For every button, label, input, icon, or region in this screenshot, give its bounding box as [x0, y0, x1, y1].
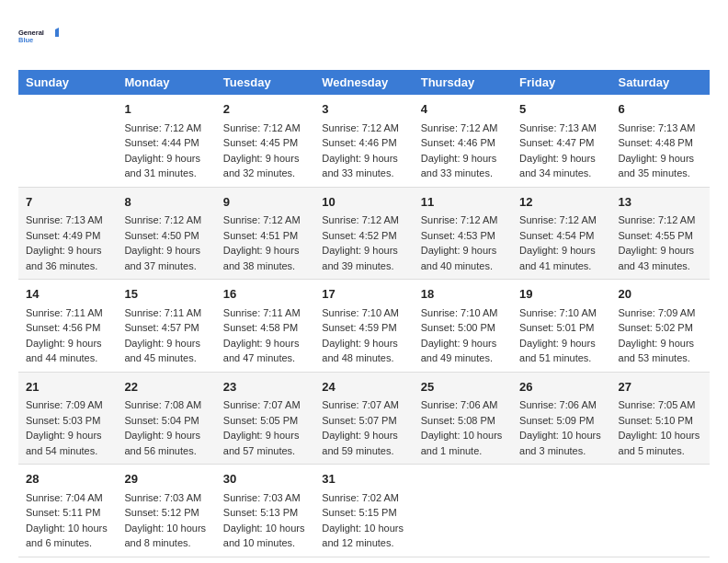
day-info: and 48 minutes. [322, 350, 405, 366]
day-number: 25 [421, 378, 505, 396]
day-info: Daylight: 9 hours [124, 428, 208, 443]
calendar-cell: 26Sunrise: 7:06 AMSunset: 5:09 PMDayligh… [512, 372, 610, 465]
day-info: Sunset: 4:46 PM [421, 135, 505, 151]
day-info: Daylight: 9 hours [322, 428, 405, 443]
day-info: Sunset: 5:00 PM [421, 320, 505, 336]
day-info: Sunrise: 7:06 AM [421, 397, 505, 413]
day-number: 15 [124, 285, 208, 304]
day-info: and 56 minutes. [124, 443, 208, 459]
day-info: Sunrise: 7:12 AM [421, 213, 505, 228]
day-info: and 8 minutes. [124, 535, 208, 551]
day-number: 22 [124, 378, 208, 396]
day-info: Sunrise: 7:13 AM [26, 213, 109, 228]
day-info: Sunrise: 7:05 AM [619, 397, 702, 413]
day-number: 19 [519, 285, 603, 304]
day-info: Sunset: 4:49 PM [26, 228, 109, 244]
day-info: Sunset: 5:12 PM [124, 505, 208, 521]
day-info: Sunset: 4:54 PM [519, 228, 603, 244]
day-number: 5 [519, 100, 603, 119]
calendar-cell: 23Sunrise: 7:07 AMSunset: 5:05 PMDayligh… [216, 372, 314, 465]
calendar-cell: 13Sunrise: 7:12 AMSunset: 4:55 PMDayligh… [611, 187, 710, 280]
day-info: and 33 minutes. [421, 166, 505, 181]
day-info: Sunrise: 7:13 AM [619, 121, 702, 136]
day-info: Daylight: 10 hours [322, 521, 405, 536]
day-info: and 36 minutes. [26, 259, 109, 274]
day-number: 17 [322, 285, 405, 304]
calendar-cell: 10Sunrise: 7:12 AMSunset: 4:52 PMDayligh… [314, 187, 413, 280]
day-info: and 6 minutes. [26, 535, 109, 551]
day-info: and 41 minutes. [519, 259, 603, 274]
col-header-monday: Monday [117, 70, 215, 95]
day-info: Sunset: 4:57 PM [124, 320, 208, 336]
day-info: Daylight: 9 hours [223, 336, 307, 351]
day-info: Daylight: 9 hours [421, 336, 505, 351]
day-info: and 54 minutes. [26, 443, 109, 459]
col-header-wednesday: Wednesday [314, 70, 413, 95]
calendar-cell: 29Sunrise: 7:03 AMSunset: 5:12 PMDayligh… [117, 465, 215, 557]
day-number: 3 [322, 100, 405, 119]
day-number: 30 [223, 470, 307, 488]
day-number: 20 [619, 285, 702, 304]
day-number: 31 [322, 470, 405, 488]
col-header-tuesday: Tuesday [216, 70, 314, 95]
day-info: and 51 minutes. [519, 350, 603, 366]
day-info: Sunrise: 7:03 AM [124, 490, 208, 506]
day-info: and 38 minutes. [223, 259, 307, 274]
day-info: Sunrise: 7:12 AM [519, 213, 603, 228]
calendar-cell: 19Sunrise: 7:10 AMSunset: 5:01 PMDayligh… [512, 280, 610, 373]
day-info: Sunset: 5:01 PM [519, 320, 603, 336]
day-number: 11 [421, 193, 505, 212]
day-info: Sunset: 4:53 PM [421, 228, 505, 244]
day-info: Sunset: 5:03 PM [26, 413, 109, 429]
day-info: Sunset: 4:59 PM [322, 320, 405, 336]
svg-text:Blue: Blue [18, 36, 33, 44]
day-number: 4 [421, 100, 505, 119]
day-info: Daylight: 9 hours [26, 243, 109, 259]
day-info: Sunrise: 7:07 AM [322, 397, 405, 413]
day-number: 6 [619, 100, 702, 119]
day-number: 16 [223, 285, 307, 304]
calendar-body: 1Sunrise: 7:12 AMSunset: 4:44 PMDaylight… [18, 95, 710, 557]
calendar-cell [611, 465, 710, 557]
day-info: Sunset: 5:05 PM [223, 413, 307, 429]
day-info: Sunrise: 7:11 AM [124, 305, 208, 321]
calendar-cell: 5Sunrise: 7:13 AMSunset: 4:47 PMDaylight… [512, 95, 610, 187]
calendar-cell: 8Sunrise: 7:12 AMSunset: 4:50 PMDaylight… [117, 187, 215, 280]
day-info: Sunrise: 7:08 AM [124, 397, 208, 413]
day-info: Daylight: 9 hours [124, 243, 208, 259]
calendar-cell: 31Sunrise: 7:02 AMSunset: 5:15 PMDayligh… [314, 465, 413, 557]
calendar-cell: 2Sunrise: 7:12 AMSunset: 4:45 PMDaylight… [216, 95, 314, 187]
calendar-header-row: SundayMondayTuesdayWednesdayThursdayFrid… [18, 70, 710, 95]
calendar-cell: 24Sunrise: 7:07 AMSunset: 5:07 PMDayligh… [314, 372, 413, 465]
day-info: Daylight: 9 hours [519, 336, 603, 351]
calendar-cell: 28Sunrise: 7:04 AMSunset: 5:11 PMDayligh… [18, 465, 117, 557]
day-info: Daylight: 9 hours [619, 336, 702, 351]
day-info: Sunrise: 7:12 AM [124, 121, 208, 136]
day-info: Daylight: 10 hours [619, 428, 702, 443]
day-info: Sunrise: 7:10 AM [322, 305, 405, 321]
calendar-cell [512, 465, 610, 557]
day-info: Daylight: 9 hours [519, 151, 603, 167]
col-header-friday: Friday [512, 70, 610, 95]
day-info: Sunset: 4:52 PM [322, 228, 405, 244]
day-number: 13 [619, 193, 702, 212]
day-number: 29 [124, 470, 208, 488]
day-info: Sunrise: 7:12 AM [223, 121, 307, 136]
day-info: and 49 minutes. [421, 350, 505, 366]
day-number: 8 [124, 193, 208, 212]
day-info: Sunset: 4:58 PM [223, 320, 307, 336]
day-info: and 34 minutes. [519, 166, 603, 181]
day-info: Sunrise: 7:09 AM [26, 397, 109, 413]
calendar-cell: 25Sunrise: 7:06 AMSunset: 5:08 PMDayligh… [414, 372, 512, 465]
calendar-cell: 14Sunrise: 7:11 AMSunset: 4:56 PMDayligh… [18, 280, 117, 373]
day-info: and 37 minutes. [124, 259, 208, 274]
day-number: 23 [223, 378, 307, 396]
day-info: Sunset: 4:48 PM [619, 135, 702, 151]
logo-svg: General Blue [18, 18, 59, 55]
day-info: Sunset: 4:46 PM [322, 135, 405, 151]
day-number: 12 [519, 193, 603, 212]
week-row-5: 28Sunrise: 7:04 AMSunset: 5:11 PMDayligh… [18, 465, 710, 557]
day-info: Daylight: 9 hours [421, 243, 505, 259]
col-header-thursday: Thursday [414, 70, 512, 95]
day-number: 7 [26, 193, 109, 212]
